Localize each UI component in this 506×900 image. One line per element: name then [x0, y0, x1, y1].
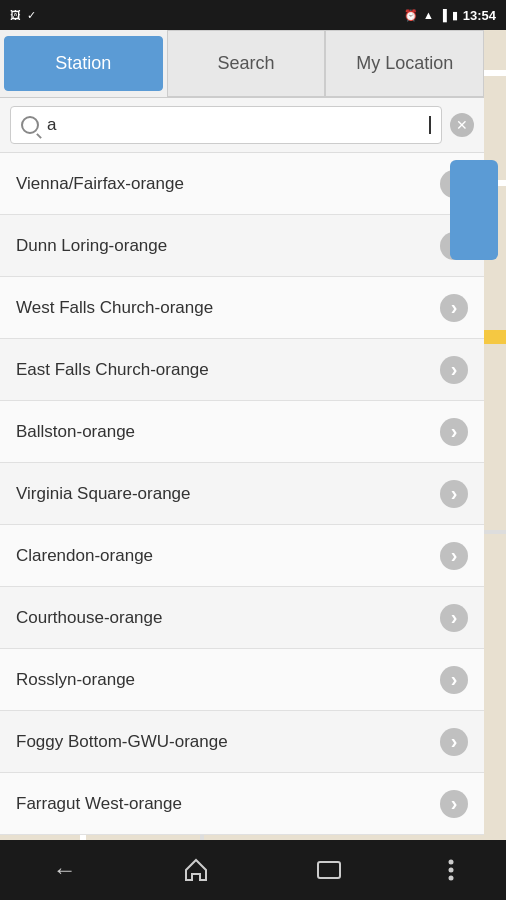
map-fab-button[interactable]	[450, 160, 498, 260]
list-item[interactable]: Clarendon-orange	[0, 525, 484, 587]
nav-recent-button[interactable]	[295, 851, 363, 889]
search-box[interactable]: a	[10, 106, 442, 144]
svg-point-3	[448, 876, 453, 881]
station-name: Ballston-orange	[16, 422, 135, 442]
chevron-right-icon	[440, 728, 468, 756]
chevron-right-icon	[440, 666, 468, 694]
tab-station[interactable]: Station	[4, 36, 163, 91]
tab-bar: Station Search My Location	[0, 30, 484, 98]
tab-my-location[interactable]: My Location	[325, 30, 484, 97]
svg-point-1	[448, 860, 453, 865]
list-item[interactable]: Courthouse-orange	[0, 587, 484, 649]
back-icon: ←	[53, 856, 77, 884]
chevron-right-icon	[440, 790, 468, 818]
status-right-icons: ⏰ ▲ ▐ ▮ 13:54	[404, 8, 496, 23]
station-name: Virginia Square-orange	[16, 484, 191, 504]
station-name: West Falls Church-orange	[16, 298, 213, 318]
list-item[interactable]: Virginia Square-orange	[0, 463, 484, 525]
nav-more-button[interactable]	[428, 850, 474, 890]
chevron-right-icon	[440, 542, 468, 570]
station-name: Dunn Loring-orange	[16, 236, 167, 256]
chevron-right-icon	[440, 418, 468, 446]
alarm-icon: ⏰	[404, 9, 418, 22]
status-bar: 🖼 ✓ ⏰ ▲ ▐ ▮ 13:54	[0, 0, 506, 30]
list-item[interactable]: Ballston-orange	[0, 401, 484, 463]
station-name: Rosslyn-orange	[16, 670, 135, 690]
main-panel: Station Search My Location a ✕ Vienna/Fa…	[0, 30, 484, 835]
results-list: Vienna/Fairfax-orange Dunn Loring-orange…	[0, 153, 484, 835]
search-cursor	[429, 116, 431, 134]
station-name: Courthouse-orange	[16, 608, 162, 628]
chevron-right-icon	[440, 294, 468, 322]
list-item[interactable]: West Falls Church-orange	[0, 277, 484, 339]
list-item[interactable]: East Falls Church-orange	[0, 339, 484, 401]
station-name: Vienna/Fairfax-orange	[16, 174, 184, 194]
status-left-icons: 🖼 ✓	[10, 9, 36, 22]
list-item[interactable]: Foggy Bottom-GWU-orange	[0, 711, 484, 773]
image-status-icon: 🖼	[10, 9, 21, 21]
nav-back-button[interactable]: ←	[33, 848, 97, 892]
station-name: Clarendon-orange	[16, 546, 153, 566]
search-clear-button[interactable]: ✕	[450, 113, 474, 137]
search-input[interactable]: a	[47, 115, 428, 135]
signal-icon: ▐	[439, 9, 447, 21]
station-name: East Falls Church-orange	[16, 360, 209, 380]
wifi-icon: ▲	[423, 9, 434, 21]
chevron-right-icon	[440, 480, 468, 508]
list-item[interactable]: Dunn Loring-orange	[0, 215, 484, 277]
station-name: Farragut West-orange	[16, 794, 182, 814]
svg-rect-0	[318, 862, 340, 878]
list-item[interactable]: Vienna/Fairfax-orange	[0, 153, 484, 215]
battery-icon: ▮	[452, 9, 458, 22]
cart-status-icon: ✓	[27, 9, 36, 22]
home-icon	[182, 856, 210, 884]
bottom-nav: ←	[0, 840, 506, 900]
status-time: 13:54	[463, 8, 496, 23]
more-icon	[448, 858, 454, 882]
station-name: Foggy Bottom-GWU-orange	[16, 732, 228, 752]
list-item[interactable]: Farragut West-orange	[0, 773, 484, 835]
chevron-right-icon	[440, 356, 468, 384]
list-item[interactable]: Rosslyn-orange	[0, 649, 484, 711]
search-icon	[21, 116, 39, 134]
chevron-right-icon	[440, 604, 468, 632]
recent-icon	[315, 859, 343, 881]
tab-search[interactable]: Search	[167, 30, 326, 97]
svg-point-2	[448, 868, 453, 873]
search-container: a ✕	[0, 98, 484, 153]
nav-home-button[interactable]	[162, 848, 230, 892]
